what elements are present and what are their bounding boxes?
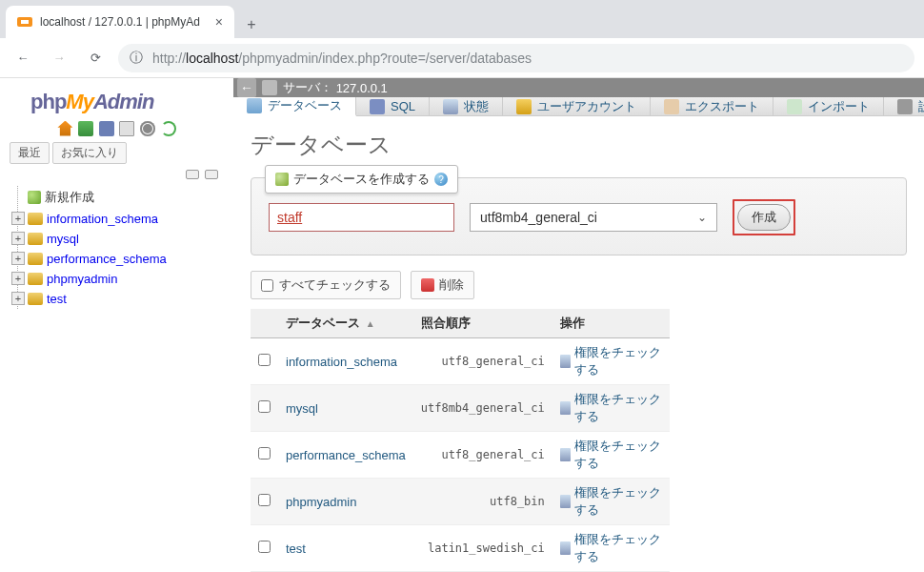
delete-icon <box>421 278 434 292</box>
db-collation: utf8mb4_general_ci <box>413 385 552 432</box>
expand-icon[interactable]: + <box>11 292 25 305</box>
db-icon <box>28 273 43 285</box>
back-button[interactable]: ← <box>10 45 36 72</box>
link-icon[interactable] <box>205 170 218 179</box>
import-icon <box>787 99 802 114</box>
row-checkbox[interactable] <box>258 541 271 553</box>
db-collation: utf8_general_ci <box>413 338 552 385</box>
privileges-icon <box>560 355 571 368</box>
tab-status[interactable]: 状態 <box>430 97 503 115</box>
db-name-link[interactable]: test <box>286 541 306 556</box>
create-button[interactable]: 作成 <box>737 204 791 231</box>
sql-icon[interactable] <box>99 121 114 136</box>
tab-users[interactable]: ユーザアカウント <box>503 97 651 115</box>
logo: phpMyAdmin <box>30 90 226 114</box>
expand-icon[interactable]: + <box>11 232 25 245</box>
privileges-icon <box>560 448 571 461</box>
help-icon[interactable]: ? <box>434 173 448 186</box>
tab-import[interactable]: インポート <box>773 97 884 115</box>
tree-item[interactable]: +phpmyadmin <box>11 269 226 289</box>
privileges-icon <box>560 541 571 555</box>
tab-recent[interactable]: 最近 <box>10 142 50 164</box>
svg-rect-1 <box>21 20 29 24</box>
check-all-checkbox[interactable] <box>261 279 273 292</box>
db-table: データベース ▲ 照合順序 操作 information_schemautf8_… <box>251 309 670 572</box>
row-checkbox[interactable] <box>258 400 271 413</box>
server-icon <box>262 80 277 95</box>
breadcrumb: ← サーバ： 127.0.0.1 <box>233 78 924 97</box>
info-icon: ⓘ <box>130 50 143 67</box>
collation-select[interactable]: utf8mb4_general_ci ⌄ <box>470 203 717 232</box>
db-collation: utf8_general_ci <box>413 432 552 479</box>
create-db-fieldset: データベースを作成する ? utf8mb4_general_ci ⌄ 作成 <box>251 177 907 255</box>
privileges-icon <box>560 401 571 415</box>
browser-tab[interactable]: localhost / 127.0.0.1 | phpMyAd × <box>6 6 234 38</box>
db-name-link[interactable]: performance_schema <box>286 448 406 462</box>
tab-databases[interactable]: データベース <box>233 97 356 116</box>
check-all[interactable]: すべてチェックする <box>251 271 401 299</box>
tree-new-db[interactable]: 新規作成 <box>11 186 226 209</box>
table-row: mysqlutf8mb4_general_ci権限をチェックする <box>251 385 670 432</box>
collapse-icon[interactable] <box>186 170 199 179</box>
tab-favorites[interactable]: お気に入り <box>52 142 127 164</box>
collapse-nav-icon[interactable]: ← <box>237 78 256 97</box>
docs-icon[interactable] <box>119 121 134 136</box>
expand-icon[interactable]: + <box>11 212 25 225</box>
check-privileges-link[interactable]: 権限をチェックする <box>560 344 662 378</box>
db-name-link[interactable]: information_schema <box>286 355 397 369</box>
check-privileges-link[interactable]: 権限をチェックする <box>560 531 662 565</box>
row-checkbox[interactable] <box>258 494 271 506</box>
logout-icon[interactable] <box>78 121 93 136</box>
tree-item[interactable]: +information_schema <box>11 209 226 229</box>
tab-title: localhost / 127.0.0.1 | phpMyAd <box>40 15 200 29</box>
tree-item-label: mysql <box>47 232 79 246</box>
delete-button[interactable]: 削除 <box>411 271 474 299</box>
home-icon[interactable] <box>57 121 72 136</box>
reload-button[interactable]: ⟳ <box>82 45 109 72</box>
new-tab-button[interactable]: + <box>238 11 265 38</box>
row-checkbox[interactable] <box>258 447 271 460</box>
tree-item-label: information_schema <box>47 212 158 226</box>
gear-icon <box>897 99 913 114</box>
col-collation[interactable]: 照合順序 <box>413 309 552 338</box>
sql-tab-icon <box>370 99 385 114</box>
db-name-link[interactable]: phpmyadmin <box>286 495 356 509</box>
create-button-highlight: 作成 <box>733 199 795 235</box>
expand-icon[interactable]: + <box>11 252 25 265</box>
tree-item[interactable]: +mysql <box>11 229 226 249</box>
reload-icon[interactable] <box>161 121 176 136</box>
url-text: http://localhost/phpmyadmin/index.php?ro… <box>152 51 532 66</box>
settings-icon[interactable] <box>140 121 155 136</box>
tab-settings[interactable]: 設定 <box>884 97 924 115</box>
sidebar: phpMyAdmin 最近 お気に入り <box>0 78 233 572</box>
tree-item-label: phpmyadmin <box>47 272 117 286</box>
sort-asc-icon: ▲ <box>366 318 375 329</box>
tab-sql[interactable]: SQL <box>356 97 430 115</box>
close-icon[interactable]: × <box>215 14 223 30</box>
check-privileges-link[interactable]: 権限をチェックする <box>560 484 662 519</box>
db-icon <box>28 233 43 245</box>
db-icon <box>28 253 43 265</box>
table-row: testlatin1_swedish_ci権限をチェックする <box>251 525 670 572</box>
tree-item[interactable]: +performance_schema <box>11 249 226 269</box>
db-name-input[interactable] <box>269 203 454 232</box>
chevron-down-icon: ⌄ <box>697 211 707 224</box>
db-collation: utf8_bin <box>413 479 552 525</box>
table-row: information_schemautf8_general_ci権限をチェック… <box>251 338 670 385</box>
expand-icon[interactable]: + <box>11 272 25 285</box>
content-tabs: データベース SQL 状態 ユーザアカウント エクスポート インポート 設定 <box>233 97 924 116</box>
forward-button[interactable]: → <box>46 45 72 72</box>
col-database[interactable]: データベース ▲ <box>278 309 413 338</box>
url-input[interactable]: ⓘ http://localhost/phpmyadmin/index.php?… <box>118 44 914 72</box>
tree-item-label: performance_schema <box>47 252 167 266</box>
check-privileges-link[interactable]: 権限をチェックする <box>560 438 662 472</box>
row-checkbox[interactable] <box>258 354 271 366</box>
database-icon <box>247 98 262 113</box>
db-name-link[interactable]: mysql <box>286 401 318 416</box>
check-privileges-link[interactable]: 権限をチェックする <box>560 391 662 425</box>
tab-export[interactable]: エクスポート <box>651 97 773 115</box>
fieldset-legend: データベースを作成する ? <box>265 165 458 194</box>
db-tree: 新規作成 +information_schema+mysql+performan… <box>8 186 226 309</box>
status-icon <box>443 99 458 114</box>
tree-item[interactable]: +test <box>11 289 226 309</box>
